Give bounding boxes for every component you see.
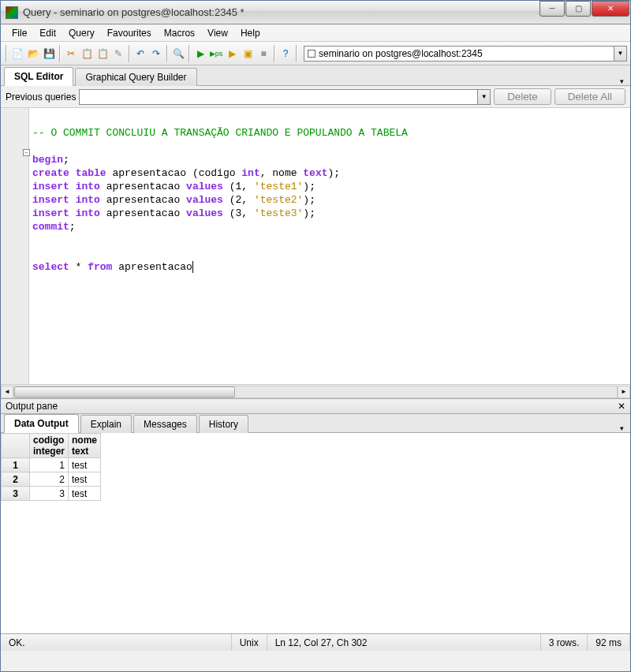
menu-macros[interactable]: Macros: [158, 26, 201, 40]
previous-queries-arrow[interactable]: ▼: [477, 90, 490, 104]
connection-color-icon: [308, 50, 316, 58]
window-title: Query - seminario on postgres@localhost:…: [23, 6, 540, 18]
help-icon[interactable]: ?: [278, 47, 293, 61]
output-pane-header: Output pane ✕: [1, 398, 630, 414]
editor-content[interactable]: -- O COMMIT CONCLUIU A TRANSAÇÃO CRIANDO…: [29, 108, 630, 384]
menu-view[interactable]: View: [201, 26, 234, 40]
status-position: Ln 12, Col 27, Ch 302: [267, 634, 541, 651]
connection-label: seminario on postgres@localhost:2345: [319, 48, 483, 59]
status-rows: 3 rows.: [541, 634, 588, 651]
statusbar: OK. Unix Ln 12, Col 27, Ch 302 3 rows. 9…: [1, 633, 630, 651]
editor-tabstrip: SQL Editor Graphical Query Builder ▾: [1, 65, 630, 86]
open-icon[interactable]: 📂: [26, 47, 40, 61]
new-icon[interactable]: 📄: [10, 47, 24, 61]
app-icon: [6, 6, 18, 19]
column-header-nome[interactable]: nometext: [69, 434, 101, 458]
execute-icon[interactable]: ▶: [193, 47, 207, 61]
menu-edit[interactable]: Edit: [33, 26, 62, 40]
scroll-left-icon[interactable]: ◄: [1, 386, 13, 398]
tab-data-output[interactable]: Data Output: [4, 414, 79, 433]
previous-queries-bar: Previous queries ▼ Delete Delete All: [1, 86, 630, 108]
window-controls: ─ ▢ ✕: [540, 1, 630, 17]
menu-favourites[interactable]: Favourites: [101, 26, 158, 40]
status-encoding: Unix: [232, 634, 267, 651]
delete-all-button[interactable]: Delete All: [554, 88, 625, 105]
table-row[interactable]: 3 3 test: [2, 487, 101, 501]
output-pane-title: Output pane: [6, 401, 58, 412]
tab-messages[interactable]: Messages: [133, 415, 197, 433]
status-message: OK.: [1, 634, 232, 651]
grid-corner[interactable]: [2, 434, 30, 458]
code-comment: -- O COMMIT CONCLUIU A TRANSAÇÃO CRIANDO…: [32, 127, 408, 139]
close-button[interactable]: ✕: [592, 1, 629, 17]
connection-dropdown-arrow[interactable]: ▼: [614, 46, 627, 62]
menu-file[interactable]: File: [6, 26, 33, 40]
output-tabstrip: Data Output Explain Messages History ▾: [1, 414, 630, 433]
editor-hscrollbar[interactable]: ◄ ►: [1, 384, 630, 398]
tab-overflow-icon[interactable]: ▾: [620, 77, 627, 85]
cancel-icon[interactable]: ■: [256, 47, 271, 61]
copy-icon[interactable]: 📋: [80, 47, 94, 61]
tab-sql-editor[interactable]: SQL Editor: [4, 67, 73, 86]
results-grid[interactable]: codigointeger nometext 1 1 test 2 2 test…: [1, 433, 630, 633]
table-row[interactable]: 2 2 test: [2, 472, 101, 487]
scroll-thumb[interactable]: [14, 386, 235, 398]
minimize-button[interactable]: ─: [540, 1, 565, 17]
output-tab-overflow-icon[interactable]: ▾: [620, 424, 627, 432]
scroll-right-icon[interactable]: ►: [618, 386, 630, 398]
tab-history[interactable]: History: [199, 415, 248, 433]
fold-marker-icon[interactable]: −: [23, 149, 30, 156]
tab-explain[interactable]: Explain: [80, 415, 132, 433]
column-header-codigo[interactable]: codigointeger: [30, 434, 69, 458]
maximize-button[interactable]: ▢: [566, 1, 591, 17]
save-icon[interactable]: 💾: [42, 47, 56, 61]
execute-file-icon[interactable]: ▶: [225, 47, 239, 61]
table-row[interactable]: 1 1 test: [2, 458, 101, 472]
menu-query[interactable]: Query: [62, 26, 101, 40]
menubar: File Edit Query Favourites Macros View H…: [1, 24, 630, 42]
find-icon[interactable]: 🔍: [171, 47, 185, 61]
delete-button[interactable]: Delete: [494, 88, 551, 105]
cut-icon[interactable]: ✂: [64, 47, 78, 61]
paste-icon[interactable]: 📋: [95, 47, 110, 61]
execute-pgscript-icon[interactable]: ▶ps: [209, 47, 223, 61]
titlebar: Query - seminario on postgres@localhost:…: [1, 1, 630, 24]
menu-help[interactable]: Help: [234, 26, 267, 40]
connection-dropdown[interactable]: seminario on postgres@localhost:2345 ▼: [304, 46, 627, 62]
toolbar: 📄 📂 💾 ✂ 📋 📋 ✎ ↶ ↷ 🔍 ▶ ▶ps ▶ ▣ ■ ? semina…: [1, 42, 630, 65]
undo-icon[interactable]: ↶: [133, 47, 147, 61]
sql-editor[interactable]: − -- O COMMIT CONCLUIU A TRANSAÇÃO CRIAN…: [1, 108, 630, 384]
redo-icon[interactable]: ↷: [149, 47, 163, 61]
scroll-track[interactable]: [13, 386, 618, 398]
explain-icon[interactable]: ▣: [241, 47, 255, 61]
previous-queries-label: Previous queries: [6, 91, 76, 103]
clear-icon[interactable]: ✎: [111, 47, 125, 61]
status-time: 92 ms: [588, 634, 630, 651]
tab-graphical-query-builder[interactable]: Graphical Query Builder: [75, 68, 196, 86]
previous-queries-combo[interactable]: ▼: [79, 89, 491, 105]
output-pane-close-icon[interactable]: ✕: [618, 401, 625, 412]
